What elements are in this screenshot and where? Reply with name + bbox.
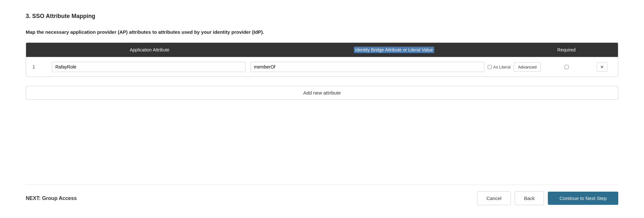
attribute-table: Application Attribute Identity Bridge At… (26, 42, 618, 77)
bridge-attribute-cell: As Literal Advanced (251, 62, 541, 72)
required-cell (541, 65, 592, 69)
continue-button[interactable]: Continue to Next Step (548, 192, 618, 205)
back-button[interactable]: Back (515, 191, 544, 205)
add-attribute-button[interactable]: Add new attribute (26, 86, 618, 100)
remove-icon: ✕ (600, 65, 604, 69)
table-header: Application Attribute Identity Bridge At… (26, 43, 618, 57)
as-literal-label: As Literal (493, 65, 511, 69)
footer: NEXT: Group Access Cancel Back Continue … (26, 185, 618, 205)
advanced-button[interactable]: Advanced (514, 62, 541, 72)
row-number: 1 (32, 64, 52, 69)
header-app-attribute: Application Attribute (52, 47, 247, 52)
next-label: NEXT: Group Access (26, 195, 77, 201)
bridge-attribute-input[interactable] (251, 62, 484, 72)
header-bridge-attribute-text: Identity Bridge Attribute or Literal Val… (354, 47, 434, 53)
required-checkbox[interactable] (565, 65, 569, 69)
remove-row-button[interactable]: ✕ (597, 62, 607, 72)
table-row: 1 As Literal Advanced ✕ (26, 57, 618, 77)
page-title: 3. SSO Attribute Mapping (26, 13, 618, 20)
actions-cell: ✕ (592, 62, 612, 72)
footer-actions: Cancel Back Continue to Next Step (477, 191, 618, 205)
as-literal-checkbox[interactable] (488, 65, 492, 69)
app-attribute-cell (52, 62, 251, 72)
app-attribute-input[interactable] (52, 62, 245, 72)
header-bridge-attribute: Identity Bridge Attribute or Literal Val… (247, 47, 541, 52)
as-literal-container: As Literal (488, 65, 511, 69)
header-required: Required (541, 47, 592, 52)
page-container: 3. SSO Attribute Mapping Map the necessa… (0, 0, 644, 218)
description: Map the necessary application provider (… (26, 29, 618, 35)
cancel-button[interactable]: Cancel (477, 191, 511, 205)
